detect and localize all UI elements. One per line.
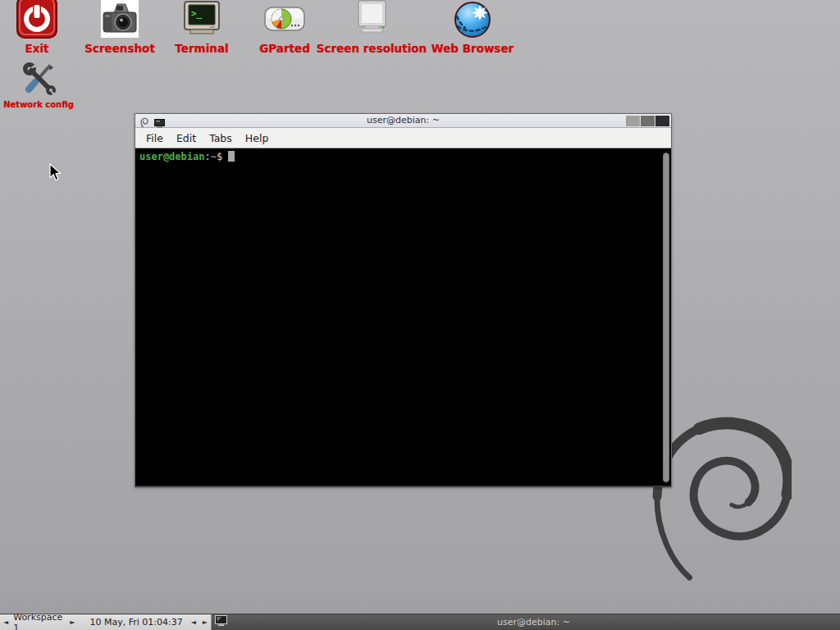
camera-icon — [98, 0, 142, 39]
terminal-content[interactable]: user@debian:~$ — [135, 148, 671, 486]
terminal-window: user@debian: ~ File Edit Tabs Help user@… — [135, 113, 672, 487]
window-titlebar[interactable]: user@debian: ~ — [135, 114, 671, 128]
icon-label-terminal: Terminal — [175, 42, 228, 55]
terminal-crt-icon: >_ — [180, 0, 223, 39]
maximize-button[interactable] — [641, 116, 655, 126]
icon-label-web-browser: Web Browser — [431, 42, 514, 55]
taskbar-task-area: user@debian: ~ — [212, 614, 840, 630]
prompt-path: ~ — [211, 151, 217, 162]
menu-tabs[interactable]: Tabs — [209, 132, 232, 144]
menu-help[interactable]: Help — [245, 132, 269, 144]
taskbar-clock: 10 May, Fri 01:04:37 — [78, 617, 187, 628]
taskbar-left-panel: ◄ Workspace 1 ► 10 May, Fri 01:04:37 ◄ ► — [0, 614, 212, 630]
pager-next-arrow[interactable]: ► — [199, 619, 211, 626]
icon-label-gparted: GParted — [259, 42, 310, 55]
pager-prev-arrow[interactable]: ◄ — [188, 619, 199, 626]
window-app-icon — [154, 116, 165, 131]
terminal-scrollbar[interactable] — [661, 148, 671, 486]
icon-label-screenshot: Screenshot — [84, 42, 155, 55]
workspace-next-arrow[interactable]: ► — [66, 619, 78, 626]
workspace-label[interactable]: Workspace 1 — [11, 612, 66, 630]
menu-edit[interactable]: Edit — [176, 132, 196, 144]
screen-resolution-monitor-icon — [350, 0, 393, 39]
icon-label-screen-resolution: Screen resolution — [317, 42, 427, 55]
prompt-user-host: user@debian — [139, 151, 204, 162]
mouse-cursor — [49, 163, 62, 185]
network-config-tools-icon — [17, 59, 60, 98]
desktop-icon-web-browser[interactable]: Web Browser — [423, 0, 522, 55]
shell-prompt: user@debian:~$ — [139, 151, 235, 163]
icon-label-network-config: Network config — [3, 100, 74, 109]
terminal-cursor — [228, 151, 235, 162]
desktop-icon-exit[interactable]: Exit — [0, 0, 74, 55]
prompt-separator: : — [204, 151, 210, 162]
minimize-button[interactable] — [626, 116, 640, 126]
scrollbar-thumb[interactable] — [663, 153, 669, 482]
workspace-prev-arrow[interactable]: ◄ — [0, 619, 11, 626]
close-button[interactable] — [655, 116, 669, 126]
desktop-icon-terminal[interactable]: >_ Terminal — [161, 0, 243, 55]
task-monitor-icon — [215, 615, 227, 629]
terminal-menubar: File Edit Tabs Help — [135, 128, 671, 148]
prompt-symbol: $ — [217, 151, 222, 162]
icon-label-exit: Exit — [25, 42, 48, 55]
taskbar: ◄ Workspace 1 ► 10 May, Fri 01:04:37 ◄ ►… — [0, 614, 840, 630]
menu-file[interactable]: File — [146, 132, 163, 144]
window-menu-swirl-icon[interactable] — [140, 116, 149, 131]
desktop-icon-screenshot[interactable]: Screenshot — [79, 0, 161, 55]
desktop-icon-screen-resolution[interactable]: Screen resolution — [314, 0, 429, 55]
task-button-terminal[interactable]: user@debian: ~ — [227, 614, 840, 630]
window-title: user@debian: ~ — [367, 115, 440, 126]
svg-text:>_: >_ — [191, 8, 203, 19]
exit-power-icon — [15, 0, 59, 39]
gparted-disk-icon — [262, 0, 308, 39]
web-browser-globe-icon — [452, 0, 493, 39]
desktop-icon-network-config[interactable]: Network config — [0, 59, 77, 109]
desktop-icon-gparted[interactable]: GParted — [244, 0, 326, 55]
